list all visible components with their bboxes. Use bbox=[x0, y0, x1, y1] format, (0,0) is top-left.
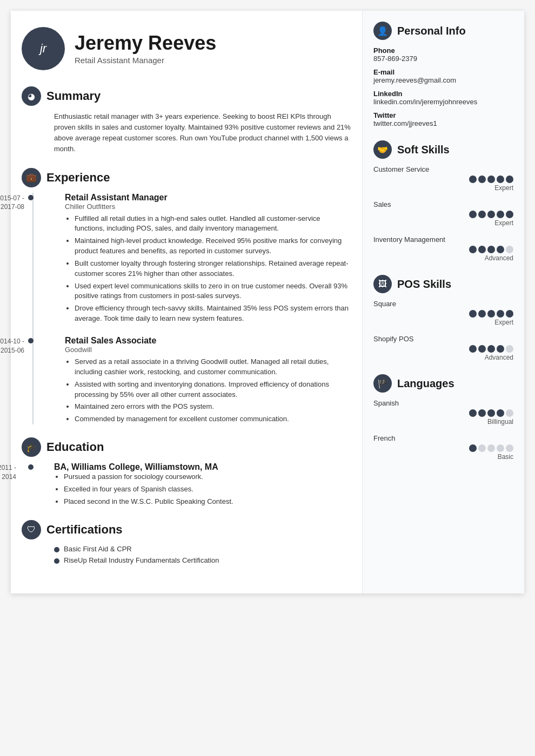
dot-filled bbox=[478, 211, 486, 218]
phone-value: 857-869-2379 bbox=[373, 55, 513, 63]
dot-filled bbox=[487, 345, 495, 353]
edu-bullets: Pursued a passion for sociology coursewo… bbox=[54, 472, 351, 507]
edu-date: 2011 - 2014 bbox=[0, 463, 16, 482]
dot-filled bbox=[497, 176, 504, 183]
skill-dots bbox=[469, 409, 513, 417]
pos-skills-container: SquareExpertShopify POSAdvanced bbox=[373, 300, 513, 361]
skill-dots bbox=[469, 444, 513, 452]
email-value: jeremy.reeves@gmail.com bbox=[373, 76, 513, 84]
languages-section: 🏴 Languages SpanishBillingualFrenchBasic bbox=[373, 374, 513, 461]
dot-filled bbox=[506, 211, 513, 218]
pos-skills-section: 🖼 POS Skills SquareExpertShopify POSAdva… bbox=[373, 275, 513, 361]
education-section: 🎓 Education 2011 - 2014 BA, Williams Col… bbox=[22, 437, 351, 507]
dot-filled bbox=[487, 211, 495, 218]
company-1: Chiller Outfitters bbox=[65, 202, 351, 211]
edu-bullet-1: Pursued a passion for sociology coursewo… bbox=[64, 472, 351, 482]
right-column: 👤 Personal Info Phone 857-869-2379 E-mai… bbox=[362, 11, 524, 593]
skill-dots bbox=[469, 246, 513, 253]
resume-header: jr Jeremy Reeves Retail Assistant Manage… bbox=[22, 27, 351, 70]
languages-header: 🏴 Languages bbox=[373, 374, 513, 393]
candidate-subtitle: Retail Assistant Manager bbox=[75, 56, 216, 65]
job-date-1: 2015-07 - 2017-08 bbox=[0, 194, 24, 212]
pos-skills-icon: 🖼 bbox=[373, 275, 392, 293]
cert-text-2: RiseUp Retail Industry Fundamentals Cert… bbox=[64, 556, 219, 564]
skill-name: Sales bbox=[373, 200, 513, 208]
bullet-1-1: Fulfilled all retail duties in a high-en… bbox=[75, 214, 351, 234]
left-column: jr Jeremy Reeves Retail Assistant Manage… bbox=[11, 11, 362, 593]
edu-degree: BA, Williams College, Williamstown, MA bbox=[54, 462, 351, 472]
company-2: Goodwill bbox=[65, 346, 351, 354]
skill-name: Square bbox=[373, 300, 513, 308]
job-date-2: 2014-10 - 2015-06 bbox=[0, 337, 24, 355]
bullet-2-1: Served as a retail associate in a thrivi… bbox=[75, 357, 351, 377]
dot-filled bbox=[487, 176, 495, 183]
experience-icon: 💼 bbox=[22, 168, 41, 187]
timeline-line bbox=[32, 193, 34, 425]
skill-level-label: Expert bbox=[494, 219, 513, 227]
dots-and-label: Expert bbox=[373, 176, 513, 192]
dot-filled bbox=[497, 211, 504, 218]
dot-filled bbox=[469, 246, 477, 253]
cert-dot-2 bbox=[54, 558, 59, 564]
education-title: Education bbox=[46, 440, 104, 454]
experience-timeline: 2015-07 - 2017-08 Retail Assistant Manag… bbox=[22, 193, 351, 425]
languages-icon: 🏴 bbox=[373, 374, 392, 393]
edu-bullet-2: Excelled in four years of Spanish classe… bbox=[64, 484, 351, 495]
edu-bullet-3: Placed second in the W.S.C. Public Speak… bbox=[64, 497, 351, 507]
dot-filled bbox=[487, 409, 495, 417]
skill-name: Spanish bbox=[373, 399, 513, 407]
phone-label: Phone bbox=[373, 46, 513, 55]
dots-and-label: Billingual bbox=[373, 409, 513, 426]
dot-empty bbox=[506, 345, 513, 353]
dot-filled bbox=[478, 409, 486, 417]
resume-container: jr Jeremy Reeves Retail Assistant Manage… bbox=[11, 11, 524, 593]
job-bullets-1: Fulfilled all retail duties in a high-en… bbox=[65, 214, 351, 324]
experience-title: Experience bbox=[46, 171, 110, 185]
cert-text-1: Basic First Aid & CPR bbox=[64, 545, 132, 553]
email-row: E-mail jeremy.reeves@gmail.com bbox=[373, 68, 513, 84]
summary-section-header: ◕ Summary bbox=[22, 86, 351, 106]
linkedin-row: LinkedIn linkedin.com/in/jeremyjohnreeve… bbox=[373, 90, 513, 106]
soft-skills-title: Soft Skills bbox=[397, 144, 450, 156]
dot-filled bbox=[478, 345, 486, 353]
skill-level-label: Billingual bbox=[487, 418, 513, 426]
dot-filled bbox=[469, 345, 477, 353]
avatar: jr bbox=[22, 27, 65, 70]
skill-dots bbox=[469, 310, 513, 318]
summary-icon: ◕ bbox=[22, 86, 41, 106]
certifications-section-header: 🛡 Certifications bbox=[22, 520, 351, 539]
personal-info-section: 👤 Personal Info Phone 857-869-2379 E-mai… bbox=[373, 22, 513, 127]
cert-dot-1 bbox=[54, 547, 59, 552]
summary-text: Enthusiastic retail manager with 3+ year… bbox=[22, 111, 351, 155]
dot-filled bbox=[497, 310, 504, 318]
skill-row: SalesExpert bbox=[373, 200, 513, 227]
dot-empty bbox=[506, 409, 513, 417]
skill-level-label: Advanced bbox=[485, 254, 513, 262]
twitter-label: Twitter bbox=[373, 111, 513, 119]
dot-empty bbox=[487, 444, 495, 452]
skill-row: Shopify POSAdvanced bbox=[373, 335, 513, 361]
linkedin-value: linkedin.com/in/jeremyjohnreeves bbox=[373, 98, 513, 106]
cert-item-2: RiseUp Retail Industry Fundamentals Cert… bbox=[54, 556, 351, 564]
dot-filled bbox=[478, 310, 486, 318]
pos-skills-title: POS Skills bbox=[397, 278, 451, 291]
dot-filled bbox=[469, 409, 477, 417]
twitter-row: Twitter twitter.com/jjreeves1 bbox=[373, 111, 513, 127]
dots-and-label: Expert bbox=[373, 310, 513, 326]
dot-empty bbox=[478, 444, 486, 452]
job-title-2: Retail Sales Associate bbox=[65, 336, 351, 346]
dots-and-label: Basic bbox=[373, 444, 513, 461]
dot-filled bbox=[487, 310, 495, 318]
languages-container: SpanishBillingualFrenchBasic bbox=[373, 399, 513, 461]
dot-filled bbox=[469, 444, 477, 452]
dot-filled bbox=[478, 246, 486, 253]
certifications-list: Basic First Aid & CPR RiseUp Retail Indu… bbox=[22, 545, 351, 564]
job-bullets-2: Served as a retail associate in a thrivi… bbox=[65, 357, 351, 424]
skill-row: SquareExpert bbox=[373, 300, 513, 326]
skill-level-label: Expert bbox=[494, 184, 513, 192]
dot-filled bbox=[506, 176, 513, 183]
summary-title: Summary bbox=[46, 89, 101, 103]
skill-dots bbox=[469, 176, 513, 183]
timeline-dot-1 bbox=[28, 195, 34, 200]
skill-row: Inventory ManagementAdvanced bbox=[373, 235, 513, 262]
